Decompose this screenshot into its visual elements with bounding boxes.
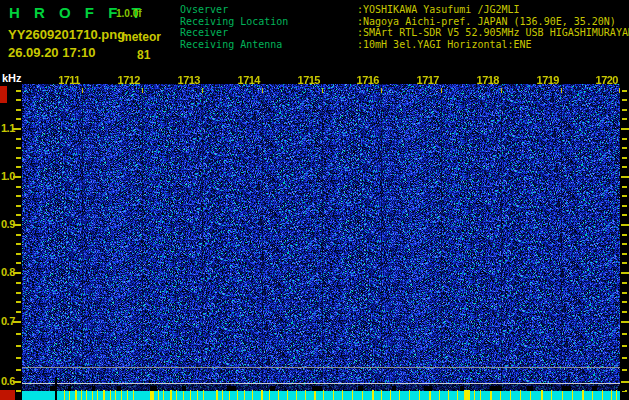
y-axis-minor-tick-right bbox=[622, 357, 627, 359]
y-axis-minor-tick-right bbox=[622, 109, 627, 111]
signal-notch bbox=[68, 386, 71, 391]
info-value: :10mH 3el.YAGI Horizontal:ENE bbox=[357, 39, 532, 50]
x-axis-label: 1720 bbox=[578, 74, 618, 86]
y-axis-minor-tick bbox=[16, 166, 21, 168]
spectrogram-canvas bbox=[22, 84, 620, 391]
echo-marker bbox=[500, 390, 501, 400]
echo-marker bbox=[287, 390, 288, 400]
y-axis-minor-tick-right bbox=[622, 369, 627, 371]
y-axis-minor-tick bbox=[16, 147, 21, 149]
info-value: :SMArt RTL-SDR V5 52.905MHz USB HIGASHIM… bbox=[357, 27, 629, 38]
echo-marker bbox=[133, 390, 134, 400]
x-axis-label: 1715 bbox=[280, 74, 320, 86]
x-axis-tick bbox=[619, 88, 620, 93]
y-axis-minor-tick bbox=[16, 157, 21, 159]
y-axis-minor-tick bbox=[16, 214, 21, 216]
y-axis-minor-tick-right bbox=[622, 311, 627, 313]
y-axis-minor-tick bbox=[16, 292, 21, 294]
y-axis-minor-tick-right bbox=[622, 234, 627, 236]
signal-notch bbox=[182, 386, 186, 391]
echo-marker bbox=[362, 390, 363, 400]
echo-marker bbox=[592, 390, 593, 400]
y-axis-minor-tick-right bbox=[622, 157, 627, 159]
y-axis-minor-tick bbox=[16, 234, 21, 236]
y-axis-major-tick bbox=[13, 176, 21, 178]
info-value: :Nagoya Aichi-pref. JAPAN (136.90E, 35.2… bbox=[357, 16, 616, 27]
station-info-row: Receiving Antenna:10mH 3el.YAGI Horizont… bbox=[180, 39, 629, 51]
y-axis-minor-tick-right bbox=[622, 345, 627, 347]
y-axis-minor-tick-right bbox=[622, 138, 627, 140]
y-axis-minor-tick-right bbox=[622, 186, 627, 188]
y-axis-minor-tick bbox=[16, 357, 21, 359]
echo-marker bbox=[381, 390, 382, 400]
echo-marker bbox=[69, 390, 70, 400]
y-axis-major-tick bbox=[13, 128, 21, 130]
echo-marker bbox=[121, 390, 122, 400]
x-axis-label: 1712 bbox=[100, 74, 140, 86]
y-axis-major-tick-right bbox=[621, 176, 629, 178]
signal-notch bbox=[618, 386, 625, 391]
echo-marker bbox=[562, 390, 563, 400]
x-axis-label: 1711 bbox=[40, 74, 80, 86]
meteor-count: 81 bbox=[137, 48, 150, 62]
station-info-row: Receiving Location:Nagoya Aichi-pref. JA… bbox=[180, 16, 629, 28]
y-axis-minor-tick-right bbox=[622, 262, 627, 264]
y-axis-minor-tick-right bbox=[622, 301, 627, 303]
echo-marker bbox=[419, 390, 420, 400]
y-axis-major-tick-right bbox=[621, 321, 629, 323]
echo-marker bbox=[244, 390, 245, 400]
station-info-row: Receiver:SMArt RTL-SDR V5 52.905MHz USB … bbox=[180, 27, 629, 39]
y-axis-minor-tick-right bbox=[622, 243, 627, 245]
echo-marker bbox=[261, 390, 263, 400]
echo-marker bbox=[64, 390, 65, 400]
x-axis-tick bbox=[262, 88, 263, 93]
echo-marker bbox=[278, 390, 279, 400]
x-axis-tick bbox=[202, 88, 203, 93]
echo-marker bbox=[115, 390, 116, 400]
echo-marker bbox=[464, 390, 470, 400]
y-axis-major-tick bbox=[13, 381, 21, 383]
hrofft-window: H R O F F T 1.0.0f YY2609201710.png mete… bbox=[0, 0, 629, 400]
observation-datetime: 26.09.20 17:10 bbox=[8, 45, 95, 60]
echo-marker bbox=[333, 390, 334, 400]
echo-marker bbox=[541, 390, 543, 400]
y-axis-minor-tick-right bbox=[622, 90, 627, 92]
y-axis-minor-tick-right bbox=[622, 282, 627, 284]
echo-marker bbox=[216, 390, 218, 400]
echo-marker bbox=[399, 390, 400, 400]
y-axis-minor-tick bbox=[16, 333, 21, 335]
x-axis-tick bbox=[381, 88, 382, 93]
echo-marker bbox=[616, 390, 617, 400]
echo-marker bbox=[127, 390, 128, 400]
y-axis-major-tick bbox=[13, 224, 21, 226]
echo-marker bbox=[474, 390, 475, 400]
signal-notch bbox=[92, 386, 95, 391]
echo-marker bbox=[352, 390, 353, 400]
echo-marker bbox=[103, 390, 105, 400]
signal-notch bbox=[424, 386, 432, 391]
y-axis-minor-tick bbox=[16, 253, 21, 255]
signal-notch bbox=[312, 386, 322, 391]
y-axis-minor-tick-right bbox=[622, 166, 627, 168]
echo-marker bbox=[457, 390, 458, 400]
echo-marker bbox=[314, 390, 316, 400]
signal-notch bbox=[392, 386, 396, 391]
y-axis-minor-tick bbox=[16, 262, 21, 264]
red-marker bbox=[0, 86, 7, 103]
echo-marker bbox=[429, 390, 431, 400]
y-axis-minor-tick bbox=[16, 311, 21, 313]
signal-drop-line bbox=[55, 377, 57, 400]
echo-marker bbox=[190, 390, 191, 400]
y-axis-minor-tick bbox=[16, 90, 21, 92]
y-axis-minor-tick-right bbox=[622, 214, 627, 216]
y-axis-minor-tick-right bbox=[622, 118, 627, 120]
grid-hline bbox=[22, 367, 620, 368]
x-axis-tick bbox=[322, 88, 323, 93]
echo-marker bbox=[372, 390, 374, 400]
echo-marker bbox=[490, 390, 492, 400]
y-axis-minor-tick-right bbox=[622, 147, 627, 149]
echo-marker bbox=[110, 390, 111, 400]
echo-marker bbox=[551, 390, 552, 400]
echo-marker bbox=[602, 390, 603, 400]
echo-marker bbox=[183, 390, 184, 400]
